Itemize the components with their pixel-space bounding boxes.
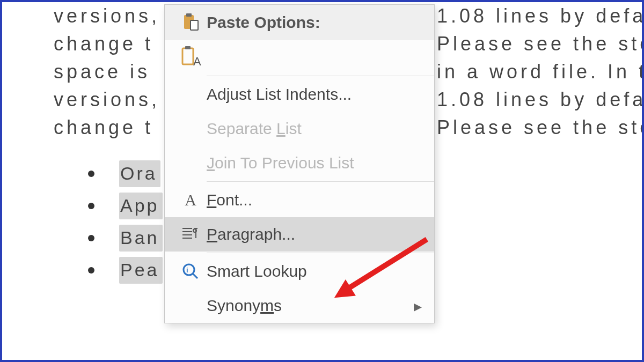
menu-label: Adjust List Indents... xyxy=(207,85,427,104)
menu-label: Paste Options: xyxy=(207,13,427,32)
svg-line-12 xyxy=(193,274,197,278)
context-menu: Paste Options: A Adjust List Indents... … xyxy=(164,4,435,323)
svg-point-10 xyxy=(193,229,196,232)
menu-separator xyxy=(207,76,434,76)
doc-line: 1.08 lines by defau xyxy=(437,2,642,30)
bullet-dot-icon xyxy=(88,171,94,177)
svg-rect-3 xyxy=(182,48,193,64)
menu-label: Join To Previous List xyxy=(207,154,427,172)
paste-text-icon: A xyxy=(174,45,207,70)
list-item[interactable]: Ora xyxy=(88,158,163,190)
list-item-text: App xyxy=(119,193,163,219)
menu-separator xyxy=(207,181,434,182)
menu-paste-keep-text[interactable]: A xyxy=(165,40,434,75)
menu-smart-lookup[interactable]: i Smart Lookup xyxy=(165,254,434,289)
font-icon: A xyxy=(174,191,207,209)
svg-rect-4 xyxy=(185,46,191,49)
menu-label: Font... xyxy=(207,191,427,209)
doc-line: 1.08 lines by defau xyxy=(437,86,642,114)
doc-line: Please see the step xyxy=(437,114,642,142)
menu-join-previous-list: Join To Previous List xyxy=(165,146,434,180)
menu-adjust-list-indents[interactable]: Adjust List Indents... xyxy=(165,77,434,112)
bullet-dot-icon xyxy=(88,267,94,274)
doc-line: space is xyxy=(54,58,150,86)
list-item-text: Ora xyxy=(119,160,160,187)
doc-line: versions, xyxy=(54,86,160,114)
doc-line: in a word file. In th xyxy=(437,58,642,86)
list-item-text: Pea xyxy=(119,257,163,283)
menu-label: Synonyms xyxy=(207,297,414,315)
menu-font[interactable]: A Font... xyxy=(165,183,434,217)
menu-paste-options-header: Paste Options: xyxy=(165,5,434,40)
paragraph-icon xyxy=(174,226,207,242)
list-item[interactable]: App xyxy=(88,190,163,222)
doc-line: Please see the step xyxy=(437,30,642,58)
doc-line: change t xyxy=(54,30,153,58)
menu-separator xyxy=(207,253,434,253)
svg-rect-1 xyxy=(186,13,192,17)
doc-line: change t xyxy=(54,114,153,142)
svg-text:A: A xyxy=(193,55,201,68)
paste-icon xyxy=(174,12,207,33)
menu-separate-list: Separate List xyxy=(165,112,434,146)
menu-label: Smart Lookup xyxy=(207,262,427,280)
submenu-arrow-icon: ▸ xyxy=(414,297,427,315)
list-item[interactable]: Ban xyxy=(88,222,163,254)
svg-rect-2 xyxy=(191,20,198,30)
list-item[interactable]: Pea xyxy=(88,254,163,286)
menu-label: Separate List xyxy=(207,120,427,138)
bullet-dot-icon xyxy=(88,235,94,241)
smart-lookup-icon: i xyxy=(174,262,207,280)
list-item-text: Ban xyxy=(119,225,163,251)
svg-point-11 xyxy=(184,264,194,275)
menu-synonyms[interactable]: Synonyms ▸ xyxy=(165,289,434,323)
bullet-dot-icon xyxy=(88,203,94,209)
doc-line: versions, xyxy=(54,2,160,30)
svg-text:i: i xyxy=(186,266,188,274)
menu-label: Paragraph... xyxy=(207,225,427,243)
menu-paragraph[interactable]: Paragraph... xyxy=(165,217,434,252)
bullet-list: Ora App Ban Pea xyxy=(88,158,163,286)
